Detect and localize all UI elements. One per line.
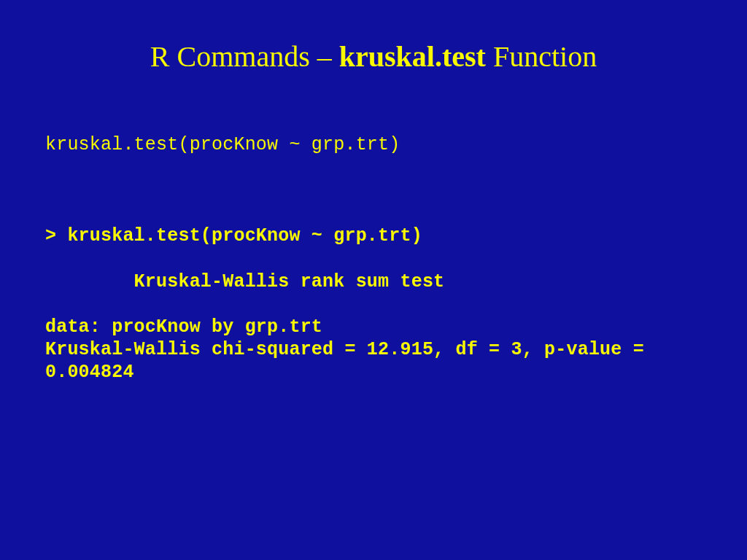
- title-bold: kruskal.test: [339, 40, 486, 73]
- code-output-header: Kruskal-Wallis rank sum test: [45, 271, 444, 292]
- code-output-data: data: procKnow by grp.trt: [45, 316, 322, 338]
- code-command-line: kruskal.test(procKnow ~ grp.trt): [45, 134, 400, 155]
- code-output-stats-1: Kruskal-Wallis chi-squared = 12.915, df …: [45, 339, 644, 360]
- title-suffix: Function: [486, 40, 597, 73]
- code-output-header-text: Kruskal-Wallis rank sum test: [45, 271, 444, 292]
- title-prefix: R Commands –: [150, 40, 339, 73]
- code-output-stats-2: 0.004824: [45, 362, 134, 383]
- slide-title: R Commands – kruskal.test Function: [0, 39, 747, 74]
- code-output-prompt: > kruskal.test(procKnow ~ grp.trt): [45, 225, 422, 246]
